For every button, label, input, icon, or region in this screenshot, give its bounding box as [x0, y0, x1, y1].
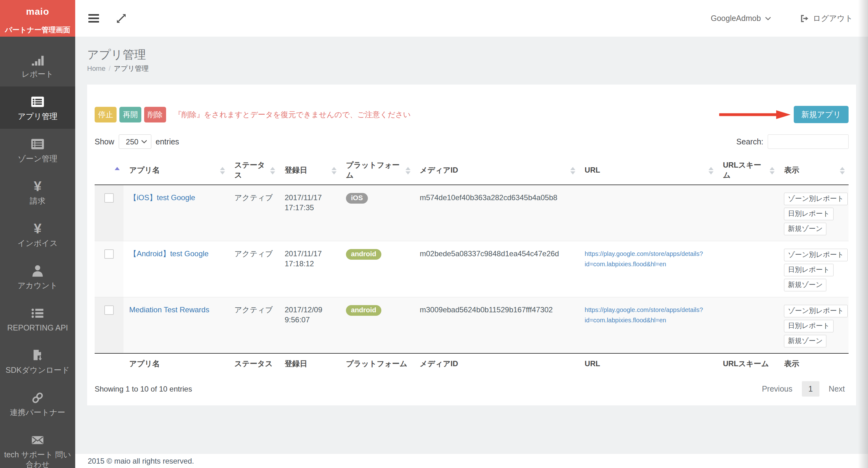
- sort-icons: [332, 167, 337, 175]
- table-controls: Show 250 entries Search:: [95, 134, 848, 149]
- daily-report-button[interactable]: 日別レポート: [784, 264, 834, 276]
- footer-media-id: メディアID: [414, 353, 579, 374]
- sidebar-item-invoice[interactable]: ¥ インボイス: [0, 213, 75, 256]
- copyright-footer: 2015 © maio all rights reserved.: [75, 454, 868, 468]
- breadcrumb-home-link[interactable]: Home: [87, 65, 105, 72]
- next-page-button[interactable]: Next: [825, 381, 848, 397]
- footer-select-column: [95, 353, 123, 374]
- zone-report-button[interactable]: ゾーン別レポート: [784, 249, 848, 261]
- display-actions: ゾーン別レポート 日別レポート 新規ゾーン: [784, 305, 843, 347]
- column-header-platform[interactable]: プラットフォーム: [340, 158, 414, 185]
- store-url-link[interactable]: https://play.google.com/store/apps/detai…: [585, 249, 712, 270]
- sort-icons: [270, 167, 275, 175]
- expand-arrows-icon[interactable]: [115, 12, 128, 25]
- brand-subtitle: パートナー管理画面: [0, 25, 75, 35]
- table-header-row: アプリ名 ステータス 登録日 プラットフォーム メディアID URL URLスキ…: [95, 158, 848, 185]
- partner-admin-screen: maio パートナー管理画面 レポート アプリ管理 ゾーン管理: [0, 0, 868, 468]
- sidebar-item-tech-support[interactable]: tech サポート 問い合わせ: [0, 425, 75, 468]
- sidebar-item-app-management[interactable]: アプリ管理: [0, 87, 75, 129]
- list-icon: [4, 306, 71, 320]
- delete-warning-text: 『削除』をされますとデータを復元できませんので、ご注意ください: [174, 110, 411, 120]
- annotation-arrow: [719, 110, 790, 120]
- row-checkbox[interactable]: [104, 249, 114, 259]
- footer-app-name: アプリ名: [123, 353, 229, 374]
- menu-toggle-button[interactable]: [87, 12, 101, 25]
- select-column-header[interactable]: [95, 158, 123, 185]
- sidebar-item-label: レポート: [4, 69, 71, 79]
- sidebar-nav: レポート アプリ管理 ゾーン管理 ¥ 請求 ¥ インボイス: [0, 44, 75, 468]
- sidebar-item-zone-management[interactable]: ゾーン管理: [0, 129, 75, 171]
- previous-page-button[interactable]: Previous: [758, 381, 796, 397]
- search-control: Search:: [736, 134, 848, 149]
- delete-button[interactable]: 削除: [144, 107, 166, 123]
- column-header-registered[interactable]: 登録日: [279, 158, 340, 185]
- new-zone-button[interactable]: 新規ゾーン: [784, 279, 826, 291]
- sidebar-item-reporting-api[interactable]: REPORTING API: [0, 298, 75, 340]
- footer-url: URL: [579, 353, 717, 374]
- sort-icons: [709, 167, 714, 175]
- daily-report-button[interactable]: 日別レポート: [784, 208, 834, 220]
- search-input[interactable]: [768, 134, 848, 149]
- sidebar-item-label: アカウント: [4, 281, 71, 290]
- stop-button[interactable]: 停止: [95, 107, 117, 123]
- footer-display: 表示: [778, 353, 848, 374]
- sidebar-item-label: SDKダウンロード: [4, 365, 71, 375]
- table-footer-row: アプリ名 ステータス 登録日 プラットフォーム メディアID URL URLスキ…: [95, 353, 848, 374]
- page-size-select[interactable]: 250: [119, 134, 151, 149]
- chevron-down-icon: [765, 16, 772, 21]
- logout-button[interactable]: ログアウト: [800, 13, 853, 24]
- column-header-display[interactable]: 表示: [778, 158, 848, 185]
- column-header-app-name[interactable]: アプリ名: [123, 158, 229, 185]
- resume-button[interactable]: 再開: [119, 107, 141, 123]
- store-url-link[interactable]: https://play.google.com/store/apps/detai…: [585, 305, 712, 325]
- media-id-cell: m574de10ef40b363a282cd6345b4a05b8: [414, 185, 579, 241]
- row-checkbox[interactable]: [104, 193, 114, 203]
- sidebar-item-sdk-download[interactable]: SDKダウンロード: [0, 340, 75, 382]
- toolbar-right: 新規アプリ: [719, 106, 848, 123]
- content-area: アプリ管理 Home/アプリ管理 停止 再開 削除 『削除』をされますとデータを…: [75, 37, 868, 454]
- sign-out-icon: [800, 14, 808, 23]
- user-icon: [4, 264, 71, 278]
- entries-label: entries: [156, 137, 179, 146]
- url-scheme-cell: [717, 297, 778, 354]
- media-id-cell: m3009ebad5624b0b11529b167fff47302: [414, 297, 579, 354]
- main-area: GoogleAdmob ログアウト アプリ管理 Home/アプリ管理: [75, 0, 868, 468]
- apps-table: アプリ名 ステータス 登録日 プラットフォーム メディアID URL URLスキ…: [95, 158, 848, 374]
- column-header-media-id[interactable]: メディアID: [414, 158, 579, 185]
- account-dropdown[interactable]: GoogleAdmob: [711, 14, 772, 23]
- url-scheme-cell: [717, 185, 778, 241]
- brand-block[interactable]: maio パートナー管理画面: [0, 0, 75, 37]
- sort-icons: [770, 167, 775, 175]
- new-zone-button[interactable]: 新規ゾーン: [784, 223, 826, 235]
- new-app-button[interactable]: 新規アプリ: [794, 106, 848, 123]
- registered-cell: 2017/11/1717:18:12: [279, 241, 340, 297]
- current-page-button[interactable]: 1: [802, 381, 819, 397]
- sidebar-item-partner-link[interactable]: 連携パートナー: [0, 382, 75, 425]
- media-id-cell: m02bede5a08337c9848d1ea454c47e26d: [414, 241, 579, 297]
- show-label: Show: [95, 137, 114, 146]
- sort-icons: [220, 167, 225, 175]
- sidebar-item-billing[interactable]: ¥ 請求: [0, 171, 75, 213]
- sidebar-item-label: ゾーン管理: [4, 154, 71, 163]
- yen-icon: ¥: [4, 221, 71, 236]
- app-name-link[interactable]: 【Android】test Google: [129, 249, 208, 258]
- list-alt-icon: [4, 137, 71, 151]
- new-zone-button[interactable]: 新規ゾーン: [784, 335, 826, 347]
- sidebar-item-label: 請求: [4, 196, 71, 206]
- column-header-url[interactable]: URL: [579, 158, 717, 185]
- app-name-link[interactable]: Mediation Test Rewards: [129, 305, 209, 314]
- sidebar-item-account[interactable]: アカウント: [0, 256, 75, 298]
- yen-icon: ¥: [4, 179, 71, 194]
- zone-report-button[interactable]: ゾーン別レポート: [784, 193, 848, 205]
- row-checkbox[interactable]: [104, 305, 114, 315]
- sort-asc-icon: [115, 167, 120, 170]
- daily-report-button[interactable]: 日別レポート: [784, 320, 834, 332]
- topbar: GoogleAdmob ログアウト: [75, 0, 868, 37]
- sidebar-item-report[interactable]: レポート: [0, 44, 75, 87]
- column-header-url-scheme[interactable]: URLスキーム: [717, 158, 778, 185]
- app-name-link[interactable]: 【iOS】test Google: [129, 193, 195, 202]
- column-header-status[interactable]: ステータス: [229, 158, 279, 185]
- platform-badge: iOS: [346, 193, 368, 204]
- showing-entries-text: Showing 1 to 10 of 10 entries: [95, 385, 192, 394]
- zone-report-button[interactable]: ゾーン別レポート: [784, 305, 848, 317]
